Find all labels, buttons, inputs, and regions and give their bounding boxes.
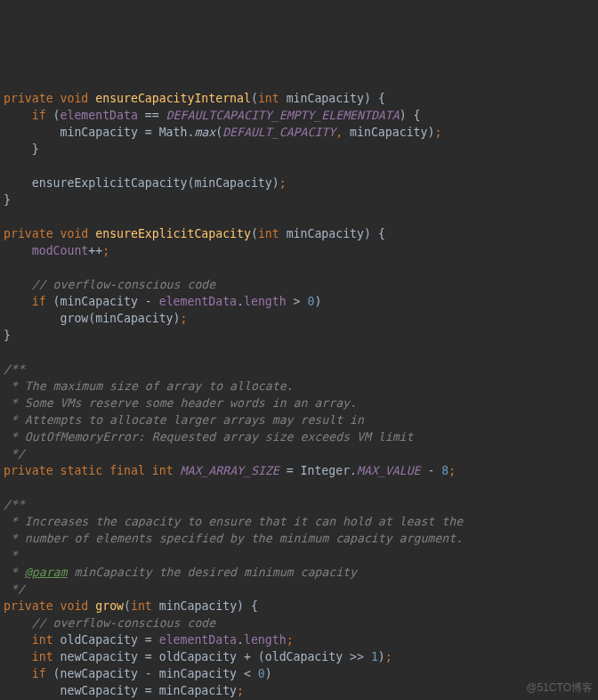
kw: private [4, 464, 53, 477]
comment: /** [4, 498, 25, 511]
p: ; [287, 633, 294, 647]
kw: int [32, 650, 53, 663]
comment: * Increases the capacity to ensure that … [4, 515, 463, 528]
p: ) [400, 109, 407, 122]
constant: MAX_VALUE [357, 464, 420, 477]
p: ; [102, 244, 109, 257]
indent [4, 312, 61, 325]
indent [4, 616, 32, 630]
p: ; [434, 126, 441, 139]
kw: int [32, 633, 53, 647]
kw: private [4, 227, 53, 240]
code: (minCapacity - [46, 295, 159, 308]
comment: */ [4, 447, 25, 460]
p: ( [46, 109, 61, 122]
p: . [237, 633, 244, 647]
p: ( [215, 126, 222, 139]
p: ) [314, 295, 321, 308]
p: ( [124, 599, 131, 613]
code: (newCapacity - minCapacity < [46, 667, 258, 680]
doc-tag: @param [25, 566, 68, 579]
p: ) [364, 92, 371, 105]
indent [4, 633, 32, 647]
kw: void [61, 227, 89, 240]
param: minCapacity [287, 227, 364, 240]
watermark: @51CTO博客 [526, 680, 593, 696]
p: } [4, 329, 11, 342]
field: elementData [61, 109, 138, 122]
indent [4, 126, 61, 139]
code: newCapacity = minCapacity [61, 684, 238, 697]
p: - [421, 464, 442, 477]
indent [4, 142, 32, 156]
method-name: ensureExplicitCapacity [95, 227, 251, 240]
p: ++ [88, 244, 102, 257]
comment: * Some VMs reserve some header words in … [4, 396, 357, 410]
comment: // overflow-conscious code [32, 616, 215, 630]
indent [4, 684, 61, 697]
p: } [4, 193, 11, 207]
p: ; [279, 176, 287, 190]
kw: void [61, 599, 89, 613]
kw: void [61, 92, 89, 105]
kw: if [32, 109, 46, 122]
kw: private [4, 599, 53, 613]
param: minCapacity [159, 599, 237, 613]
call: ensureExplicitCapacity(minCapacity) [32, 176, 279, 190]
indent [4, 244, 32, 257]
comment: * The maximum size of array to allocate. [4, 379, 294, 393]
p: } [32, 142, 39, 156]
method-name: ensureCapacityInternal [95, 92, 251, 105]
code-block: private void ensureCapacityInternal(int … [4, 73, 594, 700]
constant: DEFAULTCAPACITY_EMPTY_ELEMENTDATA [166, 109, 400, 122]
p: { [371, 227, 385, 240]
field: modCount [32, 244, 89, 257]
comment: * number of elements specified by the mi… [4, 532, 463, 545]
comment: */ [4, 582, 25, 596]
p: ; [385, 650, 392, 663]
code: minCapacity) [343, 126, 434, 139]
param: minCapacity [287, 92, 364, 105]
kw: int [152, 464, 174, 477]
kw: int [258, 227, 279, 240]
indent [4, 650, 32, 663]
field: length [244, 633, 287, 647]
p: > [287, 295, 308, 308]
p: == [138, 109, 166, 122]
field: length [244, 295, 287, 308]
method-name: grow [95, 599, 124, 613]
comment: * OutOfMemoryError: Requested array size… [4, 430, 414, 444]
p: , [335, 126, 343, 139]
p: ) [364, 227, 371, 240]
field: elementData [159, 633, 237, 647]
kw: if [32, 295, 46, 308]
comment: * [4, 549, 18, 562]
code: = Integer. [279, 464, 357, 477]
kw: final [109, 464, 145, 477]
kw: int [258, 92, 279, 105]
field: elementData [159, 295, 237, 308]
indent [4, 278, 32, 291]
p: { [371, 92, 385, 105]
p: ( [251, 92, 258, 105]
p: ; [181, 312, 188, 325]
p: ) [265, 667, 272, 680]
p: ; [448, 464, 456, 477]
code: newCapacity = oldCapacity + (oldCapacity… [53, 650, 371, 663]
p: ( [251, 227, 258, 240]
kw: static [61, 464, 103, 477]
call: grow(minCapacity) [61, 312, 181, 325]
indent [4, 109, 32, 122]
kw: private [4, 92, 53, 105]
constant: MAX_ARRAY_SIZE [181, 464, 279, 477]
comment: * Attempts to allocate larger arrays may… [4, 413, 364, 427]
p: . [237, 295, 244, 308]
kw: if [32, 667, 46, 680]
comment: /** [4, 362, 25, 376]
p: { [244, 599, 258, 613]
p: { [407, 109, 421, 122]
kw: int [131, 599, 152, 613]
comment: // overflow-conscious code [32, 278, 215, 291]
indent [4, 667, 32, 680]
constant: DEFAULT_CAPACITY [222, 126, 335, 139]
